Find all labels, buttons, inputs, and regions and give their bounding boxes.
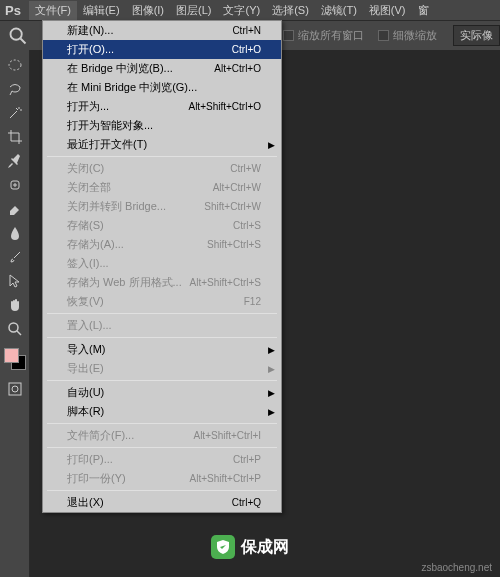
svg-point-0 [11,28,22,39]
menu-item-label: 存储(S) [67,218,104,233]
brush-tool[interactable] [3,246,27,268]
svg-line-1 [21,38,26,43]
menu-item-shortcut: F12 [244,296,261,307]
menu-item-label: 在 Bridge 中浏览(B)... [67,61,173,76]
menu-item: 存储(S)Ctrl+S [43,216,281,235]
actual-pixels-button[interactable]: 实际像 [453,25,500,46]
path-selection-tool[interactable] [3,270,27,292]
menu-item-label: 存储为(A)... [67,237,124,252]
fit-all-label: 缩放所有窗口 [298,28,364,43]
menu-separator [47,337,277,338]
menu-item-label: 恢复(V) [67,294,104,309]
foreground-color-swatch[interactable] [4,348,19,363]
menu-type[interactable]: 文字(Y) [217,1,266,20]
watermark-text: 保成网 [241,537,289,558]
menu-item[interactable]: 导入(M)▶ [43,340,281,359]
menu-item-shortcut: Alt+Shift+Ctrl+I [193,430,261,441]
menu-separator [47,156,277,157]
menu-item-shortcut: Ctrl+Q [232,497,261,508]
menu-item[interactable]: 打开为智能对象... [43,116,281,135]
menu-item[interactable]: 自动(U)▶ [43,383,281,402]
zoom-tool[interactable] [3,318,27,340]
watermark-brand: 保成网 [211,535,289,559]
fit-all-windows-checkbox[interactable]: 缩放所有窗口 [283,28,364,43]
svg-line-5 [17,331,21,335]
menu-item-label: 打印一份(Y) [67,471,126,486]
menu-separator [47,313,277,314]
eraser-tool[interactable] [3,198,27,220]
menu-separator [47,490,277,491]
menu-item-label: 自动(U) [67,385,104,400]
menu-item: 文件简介(F)...Alt+Shift+Ctrl+I [43,426,281,445]
menu-item[interactable]: 在 Mini Bridge 中浏览(G)... [43,78,281,97]
menu-item-shortcut: Alt+Ctrl+O [214,63,261,74]
menu-view[interactable]: 视图(V) [363,1,412,20]
lasso-tool[interactable] [3,78,27,100]
menu-separator [47,423,277,424]
shield-icon [211,535,235,559]
menu-item-label: 打开为智能对象... [67,118,153,133]
crop-tool[interactable] [3,126,27,148]
menu-window[interactable]: 窗 [412,1,435,20]
submenu-arrow-icon: ▶ [268,407,275,417]
menu-filter[interactable]: 滤镜(T) [315,1,363,20]
zoom-tool-icon [8,26,28,46]
menu-select[interactable]: 选择(S) [266,1,315,20]
svg-rect-6 [9,383,21,395]
menu-item-label: 导出(E) [67,361,104,376]
menu-item: 关闭全部Alt+Ctrl+W [43,178,281,197]
menu-item[interactable]: 打开为...Alt+Shift+Ctrl+O [43,97,281,116]
menu-item-shortcut: Alt+Shift+Ctrl+O [188,101,261,112]
menu-item: 签入(I)... [43,254,281,273]
submenu-arrow-icon: ▶ [268,364,275,374]
watermark-url: zsbaocheng.net [421,562,492,573]
menu-item-shortcut: Alt+Ctrl+W [213,182,261,193]
menu-item[interactable]: 在 Bridge 中浏览(B)...Alt+Ctrl+O [43,59,281,78]
menu-item-label: 最近打开文件(T) [67,137,147,152]
menu-layer[interactable]: 图层(L) [170,1,217,20]
menu-item: 存储为 Web 所用格式...Alt+Shift+Ctrl+S [43,273,281,292]
menu-item-label: 关闭并转到 Bridge... [67,199,166,214]
fine-zoom-label: 细微缩放 [393,28,437,43]
svg-point-4 [9,323,18,332]
menu-item-label: 存储为 Web 所用格式... [67,275,182,290]
menu-item-shortcut: Alt+Shift+Ctrl+P [190,473,261,484]
menu-item: 打印一份(Y)Alt+Shift+Ctrl+P [43,469,281,488]
menu-item-label: 关闭全部 [67,180,111,195]
menu-item-shortcut: Shift+Ctrl+W [204,201,261,212]
eyedropper-tool[interactable] [3,150,27,172]
menu-image[interactable]: 图像(I) [126,1,170,20]
menu-item-label: 签入(I)... [67,256,109,271]
menu-item[interactable]: 最近打开文件(T)▶ [43,135,281,154]
menu-item[interactable]: 打开(O)...Ctrl+O [43,40,281,59]
marquee-tool[interactable] [3,54,27,76]
menu-item-shortcut: Ctrl+N [232,25,261,36]
menu-item[interactable]: 退出(X)Ctrl+Q [43,493,281,512]
menu-item-shortcut: Ctrl+P [233,454,261,465]
menu-separator [47,380,277,381]
menu-item-shortcut: Ctrl+S [233,220,261,231]
menu-item: 恢复(V)F12 [43,292,281,311]
menu-item: 导出(E)▶ [43,359,281,378]
menu-item[interactable]: 新建(N)...Ctrl+N [43,21,281,40]
menu-item: 置入(L)... [43,316,281,335]
menu-edit[interactable]: 编辑(E) [77,1,126,20]
menu-separator [47,447,277,448]
color-swatches[interactable] [4,348,26,370]
hand-tool[interactable] [3,294,27,316]
menu-item-label: 新建(N)... [67,23,113,38]
menu-item: 关闭(C)Ctrl+W [43,159,281,178]
quick-mask-tool[interactable] [3,378,27,400]
menu-item-label: 关闭(C) [67,161,104,176]
menu-item-shortcut: Ctrl+W [230,163,261,174]
menu-file[interactable]: 文件(F) [29,1,77,20]
menu-item: 存储为(A)...Shift+Ctrl+S [43,235,281,254]
blur-tool[interactable] [3,222,27,244]
magic-wand-tool[interactable] [3,102,27,124]
menu-item-label: 置入(L)... [67,318,112,333]
menu-item[interactable]: 脚本(R)▶ [43,402,281,421]
menu-item-shortcut: Shift+Ctrl+S [207,239,261,250]
fine-zoom-checkbox[interactable]: 细微缩放 [378,28,437,43]
healing-brush-tool[interactable] [3,174,27,196]
menu-item-label: 打开为... [67,99,109,114]
